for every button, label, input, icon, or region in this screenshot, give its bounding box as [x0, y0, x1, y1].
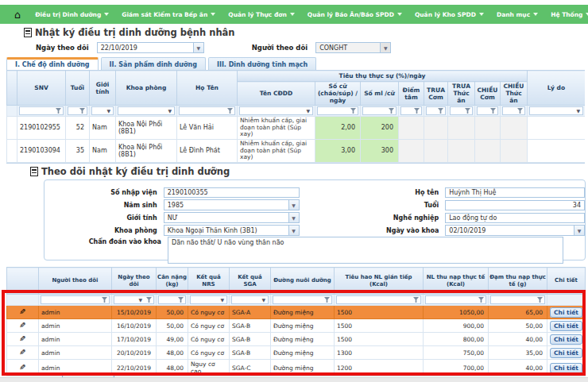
ho-ten-field[interactable]: Huỳnh Thị Huệ: [445, 187, 585, 198]
filter-input[interactable]: [530, 107, 574, 114]
home-button[interactable]: ⌂: [6, 10, 29, 20]
filter-input[interactable]: [427, 107, 436, 114]
filter-funnel-icon[interactable]: [414, 108, 420, 114]
col-header-ngay-theo-doi[interactable]: Ngày theo dõi: [112, 268, 157, 295]
filter-dropdown-icon[interactable]: ▼: [168, 108, 172, 114]
nav-danh-muc[interactable]: Danh mục: [490, 11, 544, 18]
nav-he-thong[interactable]: Hệ Thống: [544, 11, 588, 18]
col-header-nl-thu-nap[interactable]: NL thu nạp thực tế (Kcal): [424, 268, 489, 295]
filter-input[interactable]: [491, 296, 536, 303]
filter-input[interactable]: [318, 107, 349, 114]
edit-pencil-icon[interactable]: ✎: [19, 364, 25, 372]
nav-giam-sat-bep-an[interactable]: Giám sát Kiểm tra Bếp ăn: [115, 11, 222, 18]
col-header-so-ml[interactable]: Số ml /cữ: [361, 82, 399, 106]
edit-pencil-icon[interactable]: ✎: [19, 322, 25, 330]
khoa-phong-combobox[interactable]: Khoa Ngoại Thần Kinh (3B1) ▼: [164, 225, 300, 236]
filter-funnel-icon[interactable]: [56, 108, 61, 114]
col-header-ket-qua-nrs[interactable]: Kết quả NRS: [188, 268, 230, 295]
filter-input[interactable]: [118, 107, 165, 114]
nam-sinh-combobox[interactable]: 1985 ▼: [164, 199, 300, 210]
edit-pencil-icon[interactable]: ✎: [19, 349, 25, 357]
filter-funnel-icon[interactable]: [102, 297, 107, 303]
table-row[interactable]: ✎ admin 20/10/2019 48,00 Có nguy cơ SGA-…: [7, 346, 586, 360]
col-header-chi-tiet[interactable]: Chi tiết: [547, 268, 586, 295]
detail-button[interactable]: Chi tiết: [550, 348, 582, 358]
filter-funnel-icon[interactable]: [324, 297, 330, 303]
detail-button[interactable]: Chi tiết: [550, 321, 582, 331]
col-header-trua-thuc-an[interactable]: TRƯA Thức ăn: [448, 82, 475, 106]
edit-pencil-icon[interactable]: ✎: [19, 335, 25, 343]
filter-funnel-icon[interactable]: [438, 108, 443, 114]
tab-che-do-dinh-duong[interactable]: I. Chế độ dinh dưỡng: [6, 57, 99, 71]
col-header-duong-nuoi-duong[interactable]: Đường nuôi dưỡng: [271, 268, 335, 295]
detail-button[interactable]: Chi tiết: [550, 334, 582, 345]
col-header-nguoi-theo-doi[interactable]: Người theo dõi: [39, 268, 112, 295]
chevron-down-icon[interactable]: ▼: [288, 200, 299, 210]
filter-input[interactable]: [159, 296, 176, 303]
chevron-down-icon[interactable]: ▼: [574, 226, 584, 235]
filter-funnel-icon[interactable]: [227, 108, 233, 114]
col-header-trua-com[interactable]: TRƯA Cơm: [424, 82, 448, 106]
filter-input[interactable]: [68, 107, 78, 114]
filter-input[interactable]: [232, 296, 259, 303]
col-header-tieu-hao[interactable]: Tiêu hao NL gián tiếp (Kcal): [335, 268, 424, 295]
filter-input[interactable]: [363, 107, 387, 114]
nghe-nghiep-field[interactable]: Lao động tự do: [445, 213, 585, 223]
filter-input[interactable]: [426, 296, 477, 303]
table-row-selected[interactable]: ✎ admin 15/10/2019 50,00 Có nguy cơ SGA-…: [7, 306, 586, 319]
filter-dropdown-icon[interactable]: ▼: [261, 297, 265, 303]
detail-button[interactable]: Chi tiết: [550, 307, 582, 318]
chevron-down-icon[interactable]: ▼: [288, 226, 299, 235]
col-header-dam-thu-nap[interactable]: Đạm thu nạp thực tế (g): [489, 268, 547, 295]
col-header-can-nang[interactable]: Cân nặng (kg): [157, 268, 188, 295]
filter-input[interactable]: [20, 107, 54, 114]
filter-dropdown-icon[interactable]: ▼: [106, 108, 110, 114]
nav-quan-ly-kho-spdd[interactable]: Quản lý Kho SPDD: [408, 11, 490, 18]
filter-input[interactable]: [451, 107, 463, 114]
filter-dropdown-icon[interactable]: ▼: [220, 297, 224, 303]
filter-input[interactable]: [478, 107, 489, 114]
table-row[interactable]: 2190103094 35 Nam Khoa Nội Phổi (8B1) Lê…: [7, 139, 586, 162]
edit-pencil-icon[interactable]: ✎: [19, 308, 25, 316]
col-header-snv[interactable]: SNV: [17, 71, 66, 106]
filter-funnel-icon[interactable]: [478, 297, 484, 303]
nav-quan-ly-bao-an[interactable]: Quản lý Báo Ăn/Báo SPDD: [301, 11, 408, 18]
chevron-down-icon[interactable]: ▼: [193, 43, 203, 52]
filter-funnel-icon[interactable]: [413, 297, 419, 303]
chan-doan-textarea[interactable]: Dãn não thất/ U não vùng thân não: [168, 237, 563, 264]
nav-quan-ly-thuc-don[interactable]: Quản lý Thực đơn: [222, 11, 301, 18]
filter-dropdown-icon[interactable]: ▼: [576, 108, 580, 114]
filter-input[interactable]: [503, 107, 516, 114]
filter-input[interactable]: [180, 107, 226, 114]
date-follow-combobox[interactable]: 22/10/2019 ▼: [97, 42, 204, 53]
filter-funnel-icon[interactable]: [79, 108, 85, 114]
col-header-ho-ten[interactable]: Họ Tên: [177, 71, 238, 106]
col-header-ket-qua-sga[interactable]: Kết quả SGA: [230, 268, 271, 295]
filter-input[interactable]: [337, 296, 412, 303]
chevron-down-icon[interactable]: ▼: [380, 43, 390, 52]
ngay-vao-khoa-combobox[interactable]: 02/10/2019 ▼: [445, 225, 585, 236]
col-header-tuoi[interactable]: Tuổi: [66, 71, 90, 106]
table-row[interactable]: 2190103120 50 Nam Khoa Nội Phổi (8B1) Ng…: [7, 162, 586, 164]
table-row[interactable]: ✎ admin 16/10/2019 50,00 Có nguy cơ SGA-…: [7, 319, 586, 333]
filter-input[interactable]: [41, 296, 100, 303]
col-header-so-cu[interactable]: Số cữ (cháo/súp) / ngày: [315, 82, 361, 106]
filter-funnel-icon[interactable]: [146, 297, 152, 303]
table-row[interactable]: ✎ admin 17/10/2019 49,00 Có nguy cơ SGA-…: [7, 333, 586, 346]
filter-input[interactable]: [401, 107, 412, 114]
filter-funnel-icon[interactable]: [350, 108, 356, 114]
table-row[interactable]: 2190102955 52 Nam Khoa Nội Phổi (8B1) Lê…: [7, 117, 586, 140]
filter-dropdown-icon[interactable]: ▼: [138, 297, 142, 303]
col-header-chieu-thuc-an[interactable]: CHIỀU Thức ăn: [501, 82, 528, 106]
follower-combobox[interactable]: CONGHT ▼: [315, 42, 391, 53]
col-header-diem-tam[interactable]: Điểm tâm: [399, 82, 424, 106]
filter-input[interactable]: [191, 296, 218, 303]
col-header-ly-do[interactable]: Lý do: [528, 71, 586, 106]
tab-san-pham-dinh-duong[interactable]: II. Sản phẩm dinh dưỡng: [101, 57, 206, 71]
col-header-ten-cddd[interactable]: Tên CĐDD: [238, 82, 315, 106]
filter-funnel-icon[interactable]: [465, 108, 470, 114]
gioi-tinh-combobox[interactable]: NỮ ▼: [164, 212, 300, 223]
filter-input[interactable]: [114, 296, 136, 303]
col-header-khoa-phong[interactable]: Khoa phòng: [116, 71, 177, 106]
filter-funnel-icon[interactable]: [537, 297, 543, 303]
